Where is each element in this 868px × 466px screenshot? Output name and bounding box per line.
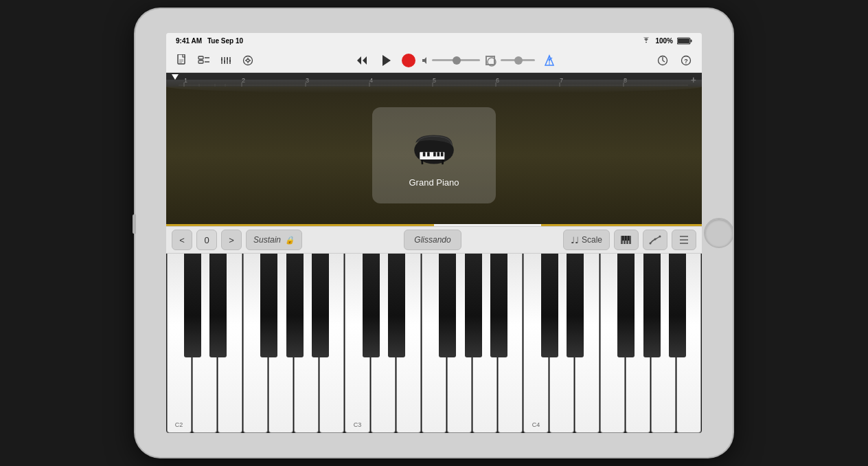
- track-progress-bar: [166, 224, 702, 226]
- tempo-knob[interactable]: [514, 56, 523, 65]
- svg-rect-69: [622, 236, 624, 241]
- svg-marker-25: [422, 57, 426, 64]
- volume-slider[interactable]: [432, 59, 480, 61]
- side-button[interactable]: [133, 214, 136, 234]
- svg-rect-71: [628, 236, 630, 241]
- black-key-10[interactable]: [439, 254, 456, 357]
- octave-up-button[interactable]: >: [221, 230, 242, 250]
- svg-rect-58: [423, 152, 426, 156]
- svg-point-21: [247, 59, 249, 62]
- svg-rect-14: [227, 58, 228, 60]
- notes-icon: ♩♩: [571, 235, 579, 245]
- svg-rect-13: [224, 60, 225, 63]
- black-key-3[interactable]: [260, 254, 277, 357]
- key-label-C2: C2: [175, 421, 183, 428]
- black-key-8[interactable]: [388, 254, 405, 357]
- sustain-label: Sustain: [253, 235, 281, 245]
- svg-rect-2: [691, 39, 692, 42]
- black-key-15[interactable]: [567, 254, 584, 357]
- black-key-5[interactable]: [312, 254, 329, 357]
- keyboard-settings-button[interactable]: [672, 230, 696, 250]
- svg-rect-61: [437, 152, 440, 156]
- volume-knob[interactable]: [453, 56, 461, 65]
- black-key-14[interactable]: [541, 254, 558, 357]
- black-key-18[interactable]: [643, 254, 661, 357]
- instrument-card[interactable]: Grand Piano: [372, 107, 496, 203]
- status-time: 9:41 AM: [176, 37, 202, 45]
- volume-icon: [421, 56, 429, 65]
- black-key-12[interactable]: [490, 254, 507, 357]
- help-button[interactable]: ?: [677, 52, 695, 69]
- status-date: Tue Sep 10: [207, 37, 243, 45]
- black-key-0[interactable]: [184, 254, 201, 357]
- svg-rect-4: [198, 56, 203, 59]
- key-label-C4: C4: [532, 421, 540, 428]
- octave-down-button[interactable]: <: [172, 230, 192, 250]
- svg-line-33: [663, 60, 665, 62]
- black-key-17[interactable]: [617, 254, 635, 357]
- volume-control: [421, 56, 480, 65]
- black-key-4[interactable]: [286, 254, 304, 357]
- tracks-view-button[interactable]: [195, 52, 213, 69]
- battery-icon: [677, 37, 692, 45]
- glissando-button[interactable]: Glissando: [404, 230, 461, 250]
- wifi-icon: [641, 37, 651, 44]
- svg-rect-62: [441, 152, 444, 156]
- svg-rect-12: [221, 58, 222, 60]
- instrument-icon: [407, 124, 461, 172]
- arpeggio-button[interactable]: [643, 230, 667, 250]
- instrument-display: Grand Piano: [166, 87, 702, 224]
- mixer-button[interactable]: [217, 52, 235, 69]
- controls-row: < 0 > Sustain 🔒 Glissando ♩♩ Scale: [166, 226, 702, 254]
- tempo-slider[interactable]: [501, 59, 535, 61]
- toolbar: ?: [166, 48, 702, 73]
- play-button[interactable]: [377, 51, 396, 70]
- lock-icon: 🔒: [285, 236, 295, 245]
- octave-value-display: 0: [196, 230, 217, 250]
- svg-rect-59: [427, 152, 430, 156]
- scale-button[interactable]: ♩♩ Scale: [563, 230, 610, 250]
- svg-point-26: [488, 58, 496, 66]
- home-button[interactable]: [704, 218, 734, 248]
- scale-label: Scale: [582, 235, 602, 245]
- track-progress-left: [166, 224, 434, 226]
- track-progress-right: [541, 224, 702, 226]
- svg-marker-23: [363, 56, 367, 65]
- white-keys: C2C3C4: [166, 254, 702, 433]
- svg-rect-70: [625, 236, 627, 241]
- glissando-label: Glissando: [414, 235, 450, 245]
- piano-keyboard: C2C3C4: [166, 254, 702, 433]
- svg-text:?: ?: [684, 58, 688, 65]
- svg-rect-1: [678, 38, 689, 43]
- eq-settings-button[interactable]: [239, 52, 257, 69]
- ipad-screen: 9:41 AM Tue Sep 10 100%: [166, 33, 702, 433]
- metronome-button[interactable]: [540, 52, 558, 69]
- svg-rect-60: [433, 152, 436, 156]
- record-button[interactable]: [402, 54, 415, 67]
- black-key-1[interactable]: [209, 254, 227, 357]
- black-key-19[interactable]: [669, 254, 686, 357]
- black-key-11[interactable]: [465, 254, 482, 357]
- svg-point-72: [650, 243, 652, 245]
- black-key-7[interactable]: [363, 254, 380, 357]
- svg-marker-22: [357, 56, 361, 65]
- new-song-button[interactable]: [173, 52, 191, 69]
- svg-marker-24: [382, 55, 391, 66]
- status-bar: 9:41 AM Tue Sep 10 100%: [166, 33, 702, 48]
- sustain-button[interactable]: Sustain 🔒: [246, 230, 302, 250]
- ipad-frame: 9:41 AM Tue Sep 10 100%: [135, 9, 733, 457]
- svg-rect-5: [198, 60, 203, 63]
- svg-rect-15: [229, 60, 231, 62]
- svg-point-30: [549, 58, 551, 60]
- svg-point-16: [244, 56, 253, 65]
- battery-label: 100%: [655, 37, 673, 45]
- key-label-C3: C3: [354, 421, 362, 428]
- svg-point-74: [659, 236, 661, 238]
- keyboard-layout-button[interactable]: [614, 230, 639, 250]
- svg-point-73: [654, 238, 656, 241]
- clock-button[interactable]: [654, 52, 672, 69]
- tempo-indicator: [486, 56, 495, 65]
- rewind-button[interactable]: [352, 51, 372, 70]
- instrument-name-label: Grand Piano: [409, 177, 459, 188]
